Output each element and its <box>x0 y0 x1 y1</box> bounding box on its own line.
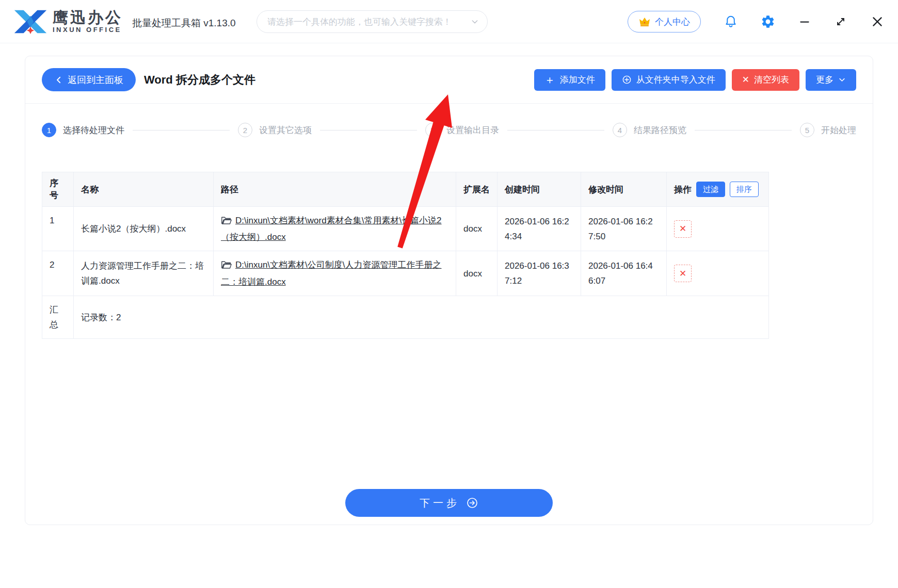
step-number: 5 <box>800 123 814 137</box>
cell-ext: docx <box>456 251 498 295</box>
step-other-options: 2 设置其它选项 <box>238 123 312 137</box>
gear-icon <box>761 14 775 29</box>
back-to-dashboard-button[interactable]: 返回到主面板 <box>42 68 136 91</box>
feature-toolbar: 返回到主面板 Word 拆分成多个文件 ＋ 添加文件 从文件夹中导入文件 <box>25 56 873 104</box>
cell-action: ✕ <box>667 207 768 251</box>
function-search-select[interactable]: 请选择一个具体的功能，也可输入关键字搜索！ <box>256 10 488 33</box>
col-header-path: 路径 <box>214 172 456 206</box>
chevron-down-icon <box>838 76 846 84</box>
cell-path: D:\inxun\文档素材\公司制度\人力资源管理工作手册之二：培训篇.docx <box>214 251 456 295</box>
cell-name: 人力资源管理工作手册之二：培训篇.docx <box>74 251 214 295</box>
x-icon: ✕ <box>742 75 749 84</box>
next-step-label: 下一步 <box>420 496 460 510</box>
cell-index: 2 <box>42 251 74 295</box>
logo-mark-icon <box>13 7 47 36</box>
step-number: 1 <box>42 123 56 137</box>
step-connector <box>507 130 604 130</box>
search-placeholder: 请选择一个具体的功能，也可输入关键字搜索！ <box>267 16 471 28</box>
delete-row-button[interactable]: ✕ <box>674 265 692 282</box>
step-connector <box>320 130 417 130</box>
import-from-folder-button[interactable]: 从文件夹中导入文件 <box>612 69 726 91</box>
col-header-name: 名称 <box>74 172 214 206</box>
cell-modified: 2026-01-06 16:27:50 <box>581 207 667 251</box>
next-step-button[interactable]: 下一步 <box>345 489 553 517</box>
settings-button[interactable] <box>761 14 775 29</box>
clear-list-label: 清空列表 <box>754 74 789 86</box>
add-file-label: 添加文件 <box>560 74 595 86</box>
table-row: 1 长篇小说2（按大纲）.docx D:\inxun\文档素材\word素材合集… <box>42 207 768 251</box>
more-button[interactable]: 更多 <box>806 69 856 91</box>
col-header-index: 序号 <box>42 172 74 206</box>
minimize-icon <box>798 15 811 28</box>
step-connector <box>133 130 230 130</box>
more-label: 更多 <box>816 74 833 86</box>
chevron-left-icon <box>54 75 63 85</box>
circle-plus-icon <box>622 75 632 85</box>
file-table: 序号 名称 路径 扩展名 创建时间 修改时间 操作 过滤 排序 1 长篇小说2（… <box>42 172 769 339</box>
file-path-link[interactable]: D:\inxun\文档素材\公司制度\人力资源管理工作手册之二：培训篇.docx <box>221 260 442 286</box>
maximize-button[interactable] <box>834 15 847 28</box>
step-number: 2 <box>238 123 252 137</box>
filter-button[interactable]: 过滤 <box>696 182 725 197</box>
step-number: 4 <box>613 123 627 137</box>
table-body: 1 长篇小说2（按大纲）.docx D:\inxun\文档素材\word素材合集… <box>42 207 768 339</box>
cell-action: ✕ <box>667 251 768 295</box>
main-panel: 返回到主面板 Word 拆分成多个文件 ＋ 添加文件 从文件夹中导入文件 <box>25 56 873 525</box>
minimize-button[interactable] <box>798 15 811 28</box>
titlebar-controls: 个人中心 <box>628 0 898 43</box>
cell-name: 长篇小说2（按大纲）.docx <box>74 207 214 251</box>
step-label: 设置输出目录 <box>446 124 499 136</box>
arrow-right-circle-icon <box>466 497 478 509</box>
table-row: 2 人力资源管理工作手册之二：培训篇.docx D:\inxun\文档素材\公司… <box>42 251 768 296</box>
cell-path: D:\inxun\文档素材\word素材合集\常用素材\长篇小说2（按大纲）.d… <box>214 207 456 251</box>
file-path-link[interactable]: D:\inxun\文档素材\word素材合集\常用素材\长篇小说2（按大纲）.d… <box>221 216 442 242</box>
step-result-preview: 4 结果路径预览 <box>613 123 686 137</box>
col-header-ext: 扩展名 <box>456 172 498 206</box>
step-indicator: 1 选择待处理文件 2 设置其它选项 3 设置输出目录 4 结果路径预览 5 开… <box>42 123 856 137</box>
add-file-button[interactable]: ＋ 添加文件 <box>534 69 605 91</box>
step-number: 3 <box>425 123 440 137</box>
app-title: 批量处理工具箱 v1.13.0 <box>132 17 236 30</box>
step-label: 设置其它选项 <box>259 124 312 136</box>
summary-label: 汇总 <box>42 296 74 338</box>
title-bar: 鹰迅办公 INXUN OFFICE 批量处理工具箱 v1.13.0 请选择一个具… <box>0 0 898 43</box>
logo-text: 鹰迅办公 INXUN OFFICE <box>53 9 123 34</box>
cell-modified: 2026-01-06 16:46:07 <box>581 251 667 295</box>
toolbar-actions: ＋ 添加文件 从文件夹中导入文件 ✕ 清空列表 更多 <box>534 69 856 91</box>
cell-created: 2026-01-06 16:37:12 <box>498 251 581 295</box>
cell-index: 1 <box>42 207 74 251</box>
user-center-button[interactable]: 个人中心 <box>628 11 701 32</box>
step-output-dir: 3 设置输出目录 <box>425 123 499 137</box>
step-start-process: 5 开始处理 <box>800 123 856 137</box>
step-label: 选择待处理文件 <box>63 124 124 136</box>
logo-name-en: INXUN OFFICE <box>53 26 123 34</box>
chevron-down-icon <box>471 18 479 26</box>
import-from-folder-label: 从文件夹中导入文件 <box>636 74 715 86</box>
app-window: 鹰迅办公 INXUN OFFICE 批量处理工具箱 v1.13.0 请选择一个具… <box>0 0 898 588</box>
col-header-action: 操作 过滤 排序 <box>667 172 768 206</box>
sort-button[interactable]: 排序 <box>730 182 759 197</box>
close-button[interactable] <box>870 14 885 29</box>
summary-row: 汇总 记录数：2 <box>42 296 768 339</box>
step-select-files: 1 选择待处理文件 <box>42 123 124 137</box>
delete-icon: ✕ <box>679 268 686 279</box>
step-label: 结果路径预览 <box>634 124 686 136</box>
step-label: 开始处理 <box>821 124 856 136</box>
delete-row-button[interactable]: ✕ <box>674 220 692 238</box>
notification-button[interactable] <box>724 14 738 29</box>
cell-created: 2026-01-06 16:24:34 <box>498 207 581 251</box>
back-button-label: 返回到主面板 <box>68 74 123 86</box>
logo-name-cn: 鹰迅办公 <box>53 9 123 26</box>
cell-ext: docx <box>456 207 498 251</box>
clear-list-button[interactable]: ✕ 清空列表 <box>732 69 799 91</box>
crown-icon <box>638 16 651 27</box>
plus-icon: ＋ <box>544 74 555 85</box>
delete-icon: ✕ <box>679 223 686 234</box>
folder-icon <box>221 215 232 230</box>
summary-value: 记录数：2 <box>74 296 768 338</box>
app-logo: 鹰迅办公 INXUN OFFICE <box>13 7 123 36</box>
col-header-created: 创建时间 <box>498 172 581 206</box>
folder-icon <box>221 259 232 274</box>
step-connector <box>695 130 792 130</box>
maximize-icon <box>834 15 847 28</box>
